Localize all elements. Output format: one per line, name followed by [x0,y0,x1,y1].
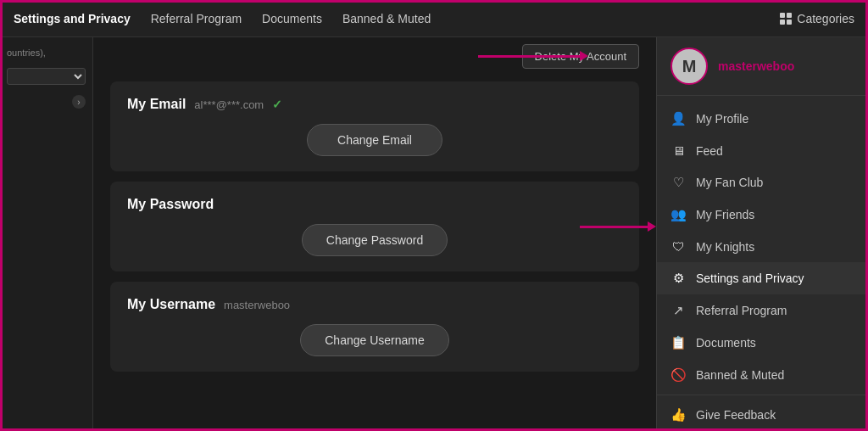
menu-item-give-feedback[interactable]: 👍Give Feedback [657,399,868,431]
referral-program-icon: ↗ [670,303,686,318]
menu-separator [657,395,868,395]
documents-label: Documents [696,336,756,350]
menu-item-my-friends[interactable]: 👥My Friends [657,199,868,231]
categories-button[interactable]: Categories [780,12,854,25]
my-profile-icon: 👤 [670,111,686,126]
country-select[interactable] [7,68,86,85]
change-username-button[interactable]: Change Username [300,324,449,356]
left-sidebar: ountries), › [0,37,93,431]
pass-arrow-head [648,221,656,232]
my-friends-label: My Friends [696,208,754,221]
my-knights-icon: 🛡 [670,239,686,254]
menu-item-my-fan-club[interactable]: ♡My Fan Club [657,166,868,199]
username-section-title: My Username masterweboo [127,297,622,312]
settings-and-privacy-label: Settings and Privacy [696,271,804,285]
password-arrow [580,221,656,232]
avatar: M [670,48,708,85]
nav-settings-privacy[interactable]: Settings and Privacy [14,12,131,25]
center-content: Delete My Account My Email al***@***.com… [93,37,656,431]
delete-bar: Delete My Account [110,37,639,75]
banned-muted-label: Banned & Muted [696,368,784,382]
right-panel: M masterweboo 👤My Profile🖥Feed♡My Fan Cl… [656,37,868,431]
feed-label: Feed [696,144,723,158]
nav-documents[interactable]: Documents [262,12,322,25]
menu-list: 👤My Profile🖥Feed♡My Fan Club👥My Friends🛡… [657,96,868,431]
panel-username: masterweboo [718,59,794,73]
change-email-button[interactable]: Change Email [307,124,442,156]
password-section-title: My Password [127,197,622,212]
my-knights-label: My Knights [696,240,754,254]
sidebar-label: ountries), [7,48,86,58]
arrow-line [478,55,580,58]
documents-icon: 📋 [670,335,686,350]
nav-banned-muted[interactable]: Banned & Muted [342,12,431,25]
current-username: masterweboo [224,299,290,311]
nav-referral-program[interactable]: Referral Program [151,12,242,25]
username-section: My Username masterweboo Change Username [110,282,639,372]
email-section: My Email al***@***.com ✓ Change Email [110,81,639,171]
my-fan-club-icon: ♡ [670,175,686,190]
delete-arrow [478,51,588,61]
give-feedback-icon: 👍 [670,407,686,423]
menu-item-referral-program[interactable]: ↗Referral Program [657,294,868,327]
menu-item-documents[interactable]: 📋Documents [657,327,868,359]
password-section: My Password Change Password [110,182,639,271]
arrow-head [580,51,588,61]
referral-program-label: Referral Program [696,304,787,317]
change-password-button[interactable]: Change Password [302,224,448,256]
give-feedback-label: Give Feedback [696,408,776,422]
email-section-title: My Email al***@***.com ✓ [127,97,622,112]
panel-user-header: M masterweboo [657,37,868,96]
menu-item-my-knights[interactable]: 🛡My Knights [657,231,868,262]
menu-item-my-profile[interactable]: 👤My Profile [657,103,868,135]
scroll-button[interactable]: › [72,95,86,109]
settings-and-privacy-icon: ⚙ [670,271,686,286]
main-content: ountries), › Delete My Account My Email … [0,37,868,431]
menu-item-feed[interactable]: 🖥Feed [657,135,868,166]
my-fan-club-label: My Fan Club [696,176,763,189]
menu-item-banned-muted[interactable]: 🚫Banned & Muted [657,359,868,391]
verified-check-icon: ✓ [272,98,282,111]
top-navigation: Settings and Privacy Referral Program Do… [0,0,868,37]
pass-arrow-line [580,226,648,228]
banned-muted-icon: 🚫 [670,367,686,383]
my-friends-icon: 👥 [670,207,686,222]
grid-icon [780,13,792,25]
feed-icon: 🖥 [670,143,686,158]
my-profile-label: My Profile [696,112,748,126]
menu-item-settings-and-privacy[interactable]: ⚙Settings and Privacy [657,262,868,294]
email-address: al***@***.com [194,98,264,111]
